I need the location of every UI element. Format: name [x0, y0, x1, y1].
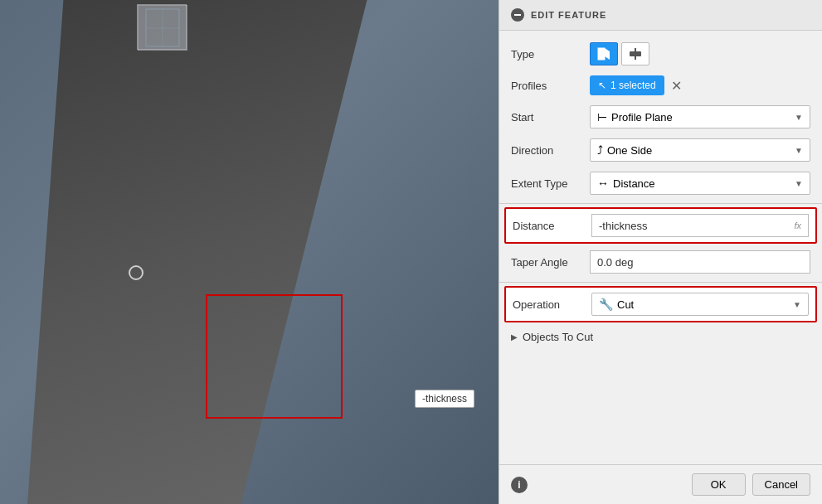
profiles-selected-button[interactable]: ↖ 1 selected — [590, 75, 664, 95]
divider-2 — [499, 282, 822, 283]
panel-footer: i OK Cancel — [499, 464, 822, 504]
panel-header-icon — [511, 8, 524, 22]
circle-marker — [129, 265, 143, 280]
operation-dropdown[interactable]: 🔧 Cut ▼ — [591, 293, 809, 316]
distance-value: -thickness — [599, 220, 648, 232]
form-area: Type P — [499, 31, 822, 356]
start-dropdown[interactable]: ⊢ Profile Plane ▼ — [590, 105, 810, 128]
type-control — [590, 42, 810, 65]
start-label: Start — [511, 111, 590, 124]
panel-title: EDIT FEATURE — [531, 10, 606, 20]
type-thin-button[interactable] — [621, 42, 649, 65]
selection-box — [206, 294, 343, 419]
edit-feature-panel: EDIT FEATURE Type — [499, 0, 822, 504]
start-control: ⊢ Profile Plane ▼ — [590, 105, 810, 128]
start-dropdown-arrow: ▼ — [795, 113, 803, 122]
direction-dropdown-arrow: ▼ — [795, 146, 803, 155]
operation-dropdown-arrow: ▼ — [793, 300, 801, 309]
objects-to-cut-row[interactable]: ▶ Objects To Cut — [499, 324, 822, 350]
distance-label: Distance — [513, 220, 591, 232]
direction-row: Direction ⤴ One Side ▼ — [499, 133, 822, 167]
distance-row: Distance -thickness fx — [504, 207, 817, 244]
ok-button[interactable]: OK — [692, 473, 746, 496]
direction-label: Direction — [511, 144, 590, 157]
extent-type-control: ↔ Distance ▼ — [590, 172, 810, 195]
extent-type-row: Extent Type ↔ Distance ▼ — [499, 167, 822, 200]
direction-control: ⤴ One Side ▼ — [590, 138, 810, 162]
tooltip-label: -thickness — [415, 390, 474, 408]
svg-rect-15 — [630, 51, 641, 56]
extent-type-dropdown-arrow: ▼ — [795, 179, 803, 188]
operation-value: Cut — [617, 298, 634, 311]
profiles-clear-button[interactable]: ✕ — [668, 78, 685, 94]
taper-angle-value: 0.0 deg — [597, 256, 633, 269]
divider-1 — [499, 203, 822, 204]
extent-type-value: Distance — [613, 177, 655, 190]
info-icon[interactable]: i — [511, 477, 528, 493]
taper-angle-label: Taper Angle — [511, 256, 590, 269]
cursor-icon: ↖ — [598, 80, 606, 91]
expand-arrow-icon: ▶ — [511, 332, 518, 342]
operation-label: Operation — [513, 298, 591, 311]
distance-icon: ↔ — [597, 177, 609, 190]
taper-angle-control: 0.0 deg — [590, 250, 810, 274]
operation-row: Operation 🔧 Cut ▼ — [504, 286, 817, 322]
distance-input[interactable]: -thickness fx — [591, 214, 809, 237]
profiles-label: Profiles — [511, 80, 590, 92]
objects-to-cut-label: Objects To Cut — [523, 331, 593, 343]
profiles-row: Profiles ↖ 1 selected ✕ — [499, 70, 822, 100]
extent-type-label: Extent Type — [511, 177, 590, 190]
cancel-button[interactable]: Cancel — [752, 473, 810, 496]
panel-header: EDIT FEATURE — [499, 0, 822, 31]
direction-dropdown[interactable]: ⤴ One Side ▼ — [590, 138, 810, 162]
direction-icon: ⤴ — [597, 143, 603, 157]
profile-plane-icon: ⊢ — [597, 110, 607, 124]
svg-rect-11 — [514, 14, 521, 16]
type-label: Type — [511, 48, 590, 61]
start-value: Profile Plane — [611, 111, 673, 124]
distance-control: -thickness fx — [591, 214, 809, 237]
profiles-value: 1 selected — [610, 80, 656, 91]
profiles-control: ↖ 1 selected ✕ — [590, 75, 810, 95]
fx-label: fx — [794, 220, 801, 230]
taper-angle-row: Taper Angle 0.0 deg — [499, 245, 822, 279]
svg-rect-12 — [598, 48, 605, 60]
svg-marker-13 — [605, 48, 610, 60]
cut-icon: 🔧 — [599, 298, 613, 311]
minimap — [137, 4, 187, 50]
operation-control: 🔧 Cut ▼ — [591, 293, 809, 316]
extent-type-dropdown[interactable]: ↔ Distance ▼ — [590, 172, 810, 195]
type-extrude-button[interactable] — [590, 42, 618, 65]
start-row: Start ⊢ Profile Plane ▼ — [499, 100, 822, 133]
taper-angle-input[interactable]: 0.0 deg — [590, 250, 810, 274]
footer-buttons: OK Cancel — [692, 473, 810, 496]
3d-viewport[interactable]: -thickness — [0, 0, 506, 504]
wedge-shape — [25, 0, 440, 504]
type-row: Type — [499, 37, 822, 70]
direction-value: One Side — [607, 144, 652, 157]
